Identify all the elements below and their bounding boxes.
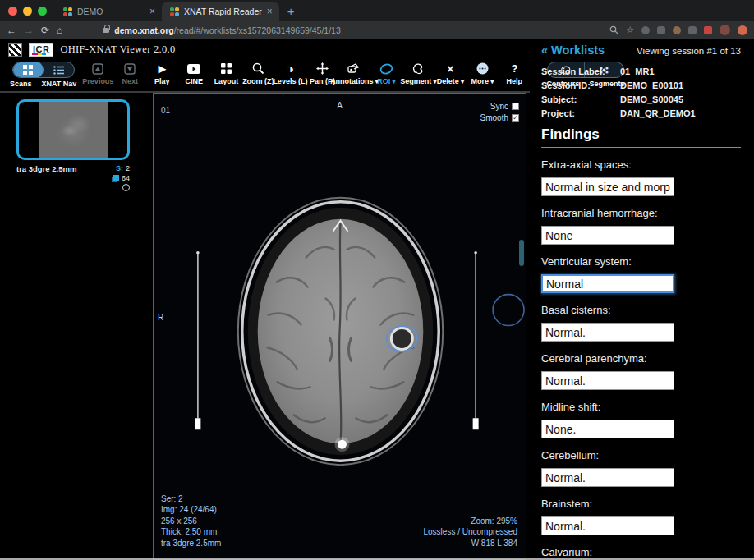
session-info-label: Project: <box>541 108 620 118</box>
field-label: Cerebellum: <box>541 449 741 461</box>
annotations-icon <box>347 63 361 74</box>
thumbnail-meta: tra 3dgre 2.5mm S:2 64 <box>16 164 130 191</box>
field-label: Calvarium: <box>541 546 741 558</box>
forward-button[interactable]: → <box>24 25 34 35</box>
previous-button[interactable]: Previous <box>87 62 108 85</box>
tab-demo[interactable]: DEMO × <box>55 2 162 21</box>
roi-dropdown-button[interactable]: ROI▾ <box>375 62 397 85</box>
intracranial-hemorrhage-input[interactable] <box>541 226 674 245</box>
tab-xnat-rapid-reader[interactable]: XNAT Rapid Reader × <box>162 2 279 21</box>
app-left-region: ICR OHIF-XNAT Viewer 2.0.0 Scans <box>0 39 530 560</box>
back-button[interactable]: ← <box>7 25 16 35</box>
smooth-checkbox-checked[interactable]: ✓ <box>512 114 519 122</box>
delete-dropdown-button[interactable]: × Delete▾ <box>439 62 461 85</box>
orientation-marker-anterior: A <box>337 100 343 112</box>
close-tab-icon[interactable]: × <box>267 7 273 16</box>
profile-icon[interactable] <box>738 25 747 35</box>
series-thumbnail[interactable] <box>16 99 130 160</box>
xnat-favicon-icon <box>63 7 72 16</box>
nav-toggle <box>12 62 75 78</box>
sync-label: Sync <box>490 102 508 111</box>
segment-dropdown-button[interactable]: Segment▾ <box>407 62 429 85</box>
next-button[interactable]: Next <box>119 62 140 85</box>
brainstem-input[interactable] <box>541 516 674 535</box>
session-info-label: Subject: <box>541 94 620 104</box>
ventricular-system-input[interactable] <box>541 274 674 293</box>
more-dropdown-button[interactable]: More▾ <box>471 62 493 85</box>
smooth-toggle[interactable]: Smooth ✓ <box>480 113 519 122</box>
series-stats: S:2 64 <box>112 164 130 191</box>
display-info-overlay: Zoom: 295% Lossless / Uncompressed W 818… <box>424 516 518 549</box>
layout-grid-icon <box>221 63 232 74</box>
window-level-line: W 818 L 384 <box>424 538 518 549</box>
tab-title: XNAT Rapid Reader <box>184 7 262 16</box>
xnat-nav-label: XNAT Nav <box>42 80 77 88</box>
xnat-nav-toggle-button[interactable] <box>44 62 74 78</box>
new-tab-button[interactable]: + <box>279 4 303 21</box>
app-header: ICR OHIF-XNAT Viewer 2.0.0 <box>0 39 530 58</box>
ohif-xnat-app: ICR OHIF-XNAT Viewer 2.0.0 Scans <box>0 39 754 560</box>
cerebellum-input[interactable] <box>541 468 674 487</box>
close-window-button[interactable] <box>8 7 17 16</box>
home-button[interactable]: ⌂ <box>57 25 62 35</box>
content-row: tra 3dgre 2.5mm S:2 64 <box>0 91 530 560</box>
field-label: Brainstem: <box>541 498 741 510</box>
address-field[interactable]: demo.xnat.org/read/#/worklists/xs1572063… <box>70 25 602 35</box>
field-label: Ventricular system: <box>541 255 741 268</box>
sync-toggle[interactable]: Sync <box>490 102 519 111</box>
bookmark-star-icon[interactable]: ☆ <box>626 25 634 34</box>
session-info-value: DEMO_S00045 <box>620 94 741 104</box>
browser-chrome: DEMO × XNAT Rapid Reader × + ← → ⟳ ⌂ dem… <box>0 0 754 39</box>
worklists-back-link[interactable]: « Worklists <box>541 44 605 57</box>
help-icon: ? <box>511 63 517 74</box>
cine-button[interactable]: CINE <box>183 62 205 85</box>
zoom-window-button[interactable] <box>38 7 47 16</box>
levels-tool-button[interactable]: ◑ Levels (L) <box>279 62 301 85</box>
image-viewport[interactable]: 01 A R Sync Smooth ✓ Ser <box>153 93 526 560</box>
magnifier-icon <box>252 62 264 75</box>
stack-scrollbar-thumb[interactable] <box>519 240 524 266</box>
extension-icon[interactable] <box>673 26 681 34</box>
layout-button[interactable]: Layout <box>215 62 237 85</box>
xnat-favicon-icon <box>170 7 179 16</box>
search-icon[interactable] <box>609 25 618 34</box>
findings-section: Findings Extra-axial spaces: Intracrania… <box>541 126 741 560</box>
series-number-prefix: S: <box>116 164 123 172</box>
field-label: Cerebral parenchyma: <box>541 352 741 365</box>
field-label: Extra-axial spaces: <box>541 158 741 171</box>
avatar[interactable] <box>720 25 730 35</box>
tab-bar: DEMO × XNAT Rapid Reader × + <box>0 0 754 21</box>
close-tab-icon[interactable]: × <box>149 7 155 16</box>
sync-checkbox[interactable] <box>512 103 519 110</box>
extra-axial-spaces-input[interactable] <box>541 177 674 196</box>
cerebral-parenchyma-input[interactable] <box>541 371 674 390</box>
finding-field-midline-shift: Midline shift: <box>541 401 741 438</box>
matrix-line: 256 x 256 <box>161 516 221 527</box>
zoom-tool-button[interactable]: Zoom (Z) <box>247 62 269 85</box>
annotations-dropdown-button[interactable]: Annotations▾ <box>343 62 365 85</box>
midline-shift-input[interactable] <box>541 420 674 438</box>
finding-field-basal-cisterns: Basal cisterns: <box>541 304 741 342</box>
scans-toggle-button[interactable] <box>13 62 44 78</box>
reload-button[interactable]: ⟳ <box>41 25 49 35</box>
worklist-panel-header: « Worklists Viewing session #1 of 13 <box>541 44 741 57</box>
extension-icon[interactable] <box>704 26 712 34</box>
chevron-down-icon: ▾ <box>490 78 494 85</box>
roi-cursor-circle <box>493 295 524 326</box>
viewport-toggles: Sync Smooth ✓ <box>480 102 519 122</box>
viewport-number: 01 <box>161 105 170 114</box>
extension-icon[interactable] <box>657 26 665 34</box>
help-button[interactable]: ? Help <box>503 62 525 85</box>
viewing-session-counter: Viewing session #1 of 13 <box>637 46 741 56</box>
window-controls[interactable] <box>0 7 55 21</box>
minimize-window-button[interactable] <box>23 7 32 16</box>
basal-cisterns-input[interactable] <box>541 323 674 342</box>
play-button[interactable]: ▶ Play <box>151 62 172 85</box>
delete-x-icon: × <box>447 63 453 75</box>
extension-icon[interactable] <box>688 26 697 34</box>
extension-icon[interactable] <box>641 26 650 34</box>
more-ellipsis-icon <box>476 62 489 75</box>
sequence-line: tra 3dgre 2.5mm <box>161 538 221 549</box>
nav-toggle-labels: Scans XNAT Nav <box>10 80 76 88</box>
url-domain: demo.xnat.org <box>114 25 173 35</box>
